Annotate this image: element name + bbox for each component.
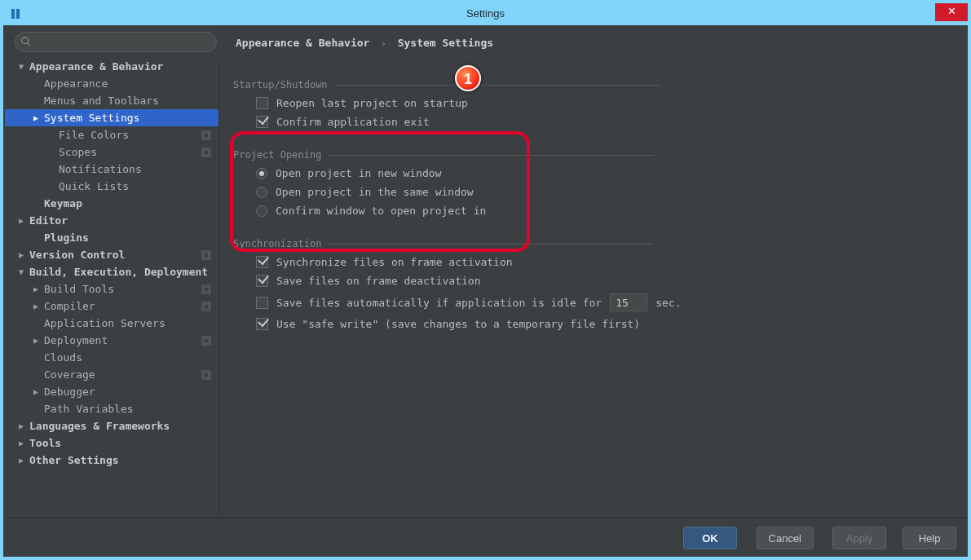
chevron-right-icon: › [381, 38, 386, 49]
breadcrumb-leaf: System Settings [398, 37, 493, 49]
tree-item-clouds[interactable]: Clouds [5, 349, 218, 366]
tree-item-application-servers[interactable]: Application Servers [5, 315, 218, 332]
chevron-right-icon[interactable]: ▶ [16, 452, 26, 469]
tree-item-build-tools[interactable]: ▶Build Tools [5, 280, 218, 298]
title-bar: Settings ✕ [3, 3, 968, 25]
tree-item-label: Clouds [44, 349, 82, 366]
chevron-right-icon[interactable]: ▶ [31, 280, 41, 298]
project-scope-icon [201, 129, 212, 140]
open-new-window-radio[interactable] [256, 168, 267, 179]
tree-item-label: Coverage [44, 366, 95, 383]
tree-item-label: File Colors [59, 126, 129, 143]
group-opening: Project Opening [233, 149, 951, 161]
tree-item-label: Application Servers [44, 315, 166, 332]
tree-item-scopes[interactable]: Scopes [5, 143, 218, 161]
tree-item-menus-and-toolbars[interactable]: Menus and Toolbars [5, 92, 218, 109]
tree-item-plugins[interactable]: Plugins [5, 229, 218, 246]
svg-rect-9 [204, 253, 209, 258]
svg-rect-5 [204, 133, 209, 138]
safe-write-label: Use "safe write" (save changes to a temp… [276, 318, 640, 330]
svg-rect-15 [204, 338, 209, 343]
chevron-right-icon[interactable]: ▶ [16, 434, 26, 452]
tree-item-other-settings[interactable]: ▶Other Settings [5, 452, 218, 469]
confirm-exit-checkbox[interactable] [256, 116, 268, 128]
open-same-window-radio[interactable] [256, 187, 267, 198]
tree-item-tools[interactable]: ▶Tools [5, 434, 218, 452]
help-button[interactable]: Help [903, 527, 956, 549]
cancel-button[interactable]: Cancel [757, 527, 814, 549]
tree-item-editor[interactable]: ▶Editor [5, 212, 218, 229]
tree-item-path-variables[interactable]: Path Variables [5, 400, 218, 417]
tree-item-file-colors[interactable]: File Colors [5, 126, 218, 143]
tree-item-label: Appearance & Behavior [29, 58, 163, 75]
project-scope-icon [201, 300, 212, 311]
confirm-exit-label: Confirm application exit [276, 116, 430, 128]
window-title: Settings [3, 7, 968, 20]
safe-write-checkbox[interactable] [256, 318, 268, 330]
chevron-right-icon[interactable]: ▶ [16, 417, 26, 434]
annotation-badge-1: 1 [455, 65, 481, 91]
auto-save-checkbox[interactable] [256, 297, 268, 309]
tree-item-label: Scopes [59, 143, 97, 161]
search-input[interactable] [35, 33, 206, 51]
tree-item-label: Notifications [59, 161, 142, 178]
tree-item-label: Deployment [44, 332, 108, 349]
save-on-deact-checkbox[interactable] [256, 275, 268, 287]
group-sync: Synchronization [233, 238, 951, 249]
tree-item-label: Appearance [44, 75, 108, 92]
open-same-window-label: Open project in the same window [276, 186, 474, 198]
dialog-footer: OK Cancel Apply Help [3, 518, 968, 557]
confirm-window-radio[interactable] [256, 205, 267, 217]
confirm-window-label: Confirm window to open project in [276, 205, 486, 217]
open-new-window-label: Open project in new window [276, 167, 442, 179]
tree-item-coverage[interactable]: Coverage [5, 366, 218, 383]
chevron-right-icon[interactable]: ▶ [31, 298, 41, 315]
search-icon [20, 36, 32, 47]
tree-item-compiler[interactable]: ▶Compiler [5, 298, 218, 315]
svg-rect-11 [204, 287, 209, 292]
tree-item-label: Editor [29, 212, 68, 229]
tree-item-label: Other Settings [29, 452, 119, 469]
sync-on-frame-checkbox[interactable] [256, 256, 268, 268]
chevron-down-icon[interactable]: ▼ [16, 58, 26, 75]
tree-item-label: Path Variables [44, 400, 134, 417]
project-scope-icon [201, 283, 212, 294]
settings-form: Startup/Shutdown Reopen last project on … [233, 64, 951, 337]
tree-item-debugger[interactable]: ▶Debugger [5, 383, 218, 400]
tree-item-label: System Settings [44, 109, 139, 126]
chevron-right-icon[interactable]: ▶ [31, 383, 41, 400]
tree-item-label: Debugger [44, 383, 95, 400]
project-scope-icon [201, 146, 212, 157]
tree-item-appearance[interactable]: Appearance [5, 75, 218, 92]
group-startup: Startup/Shutdown [233, 79, 951, 90]
tree-item-label: Plugins [44, 229, 89, 246]
apply-button: Apply [832, 527, 886, 549]
reopen-last-project-checkbox[interactable] [256, 97, 268, 109]
tree-item-notifications[interactable]: Notifications [5, 161, 218, 178]
svg-point-2 [22, 37, 29, 44]
tree-item-quick-lists[interactable]: Quick Lists [5, 178, 218, 195]
auto-save-seconds-input[interactable] [610, 293, 647, 311]
window-close-button[interactable]: ✕ [935, 3, 968, 21]
tree-item-keymap[interactable]: Keymap [5, 195, 218, 212]
project-scope-icon [201, 368, 212, 380]
search-field[interactable] [15, 32, 217, 52]
tree-item-languages-frameworks[interactable]: ▶Languages & Frameworks [5, 417, 218, 434]
tree-item-deployment[interactable]: ▶Deployment [5, 332, 218, 349]
tree-item-label: Version Control [29, 246, 125, 263]
tree-item-version-control[interactable]: ▶Version Control [5, 246, 218, 263]
tree-item-label: Menus and Toolbars [44, 92, 159, 109]
tree-item-build-execution-deployment[interactable]: ▼Build, Execution, Deployment [5, 263, 218, 280]
chevron-right-icon[interactable]: ▶ [16, 212, 26, 229]
chevron-down-icon[interactable]: ▼ [16, 263, 26, 280]
tree-item-system-settings[interactable]: ▶System Settings [5, 109, 218, 126]
tree-item-appearance-behavior[interactable]: ▼Appearance & Behavior [5, 58, 218, 75]
chevron-right-icon[interactable]: ▶ [31, 332, 41, 349]
project-scope-icon [201, 249, 212, 260]
chevron-right-icon[interactable]: ▶ [31, 109, 41, 126]
tree-item-label: Tools [29, 434, 61, 452]
ok-button[interactable]: OK [683, 527, 737, 549]
chevron-right-icon[interactable]: ▶ [16, 246, 26, 263]
settings-tree[interactable]: ▼Appearance & BehaviorAppearanceMenus an… [5, 58, 219, 523]
auto-save-label-a: Save files automatically if application … [276, 297, 602, 309]
